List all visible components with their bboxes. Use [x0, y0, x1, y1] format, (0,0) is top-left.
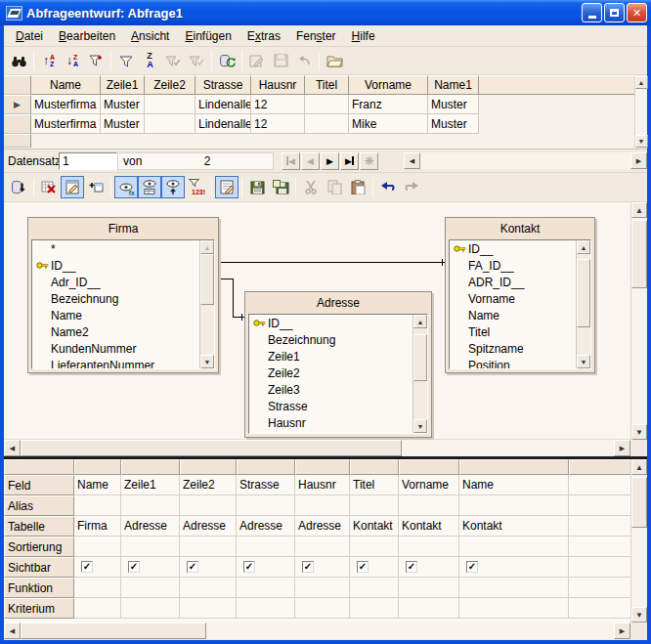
qbe-cell[interactable]: [295, 495, 350, 516]
qbe-cell[interactable]: [459, 578, 569, 598]
qbe-cell[interactable]: [569, 537, 630, 557]
paste-button[interactable]: [346, 176, 369, 198]
qbe-cell[interactable]: [121, 578, 180, 598]
sort-ascending-button[interactable]: ↑ AZ: [37, 50, 61, 72]
qbe-cell[interactable]: Adresse: [295, 516, 350, 537]
qbe-cell[interactable]: [350, 495, 399, 516]
table-panel-kontakt[interactable]: Kontakt ID__ FA_ID__ ADR_ID__ Vorname Na…: [445, 217, 595, 373]
scroll-up-icon[interactable]: ▲: [631, 202, 647, 218]
table-title[interactable]: Firma: [28, 218, 218, 238]
qbe-cell[interactable]: Vorname: [399, 475, 459, 495]
field-row[interactable]: Zeile2: [249, 365, 427, 381]
qbe-cell[interactable]: [180, 598, 237, 619]
next-record-button[interactable]: ▶: [321, 152, 339, 170]
qbe-cell[interactable]: Zeile1: [121, 475, 180, 495]
field-row[interactable]: Position: [450, 357, 590, 369]
join-line-firma-adresse[interactable]: [233, 317, 244, 318]
menu-bearbeiten[interactable]: Bearbeiten: [51, 27, 123, 45]
qbe-column-header[interactable]: [180, 459, 237, 475]
field-row[interactable]: Zeile3: [249, 381, 427, 398]
field-row[interactable]: Zeile1: [249, 348, 427, 365]
qbe-cell[interactable]: Adresse: [237, 516, 295, 537]
qbe-cell[interactable]: [74, 495, 121, 516]
cell[interactable]: [145, 114, 195, 134]
datasheet-horizontal-scrollbar[interactable]: ◀ ▶: [404, 152, 647, 169]
table-names-toggle[interactable]: [138, 176, 161, 198]
sort-descending-button[interactable]: ↓ ZA: [61, 50, 84, 72]
visible-checkbox[interactable]: ✓: [466, 561, 478, 573]
properties-toggle[interactable]: [215, 176, 239, 198]
qbe-column-header[interactable]: [74, 459, 121, 475]
column-header-name1[interactable]: Name1: [428, 75, 479, 95]
field-row[interactable]: FA_ID__: [450, 257, 590, 274]
scroll-left-icon[interactable]: ◀: [4, 623, 21, 639]
cell[interactable]: Muster: [101, 95, 145, 114]
maximize-button[interactable]: [604, 3, 625, 22]
column-header-vorname[interactable]: Vorname: [349, 75, 428, 95]
scroll-thumb[interactable]: [413, 334, 427, 381]
field-row[interactable]: LieferantenNummer: [32, 357, 214, 369]
find-record-button[interactable]: [7, 50, 30, 72]
save-button[interactable]: [245, 176, 269, 198]
cell[interactable]: 12: [251, 95, 305, 114]
qbe-cell[interactable]: [399, 598, 459, 619]
qbe-cell[interactable]: ✓: [459, 557, 569, 578]
design-horizontal-scrollbar[interactable]: ◀ ▶: [4, 440, 630, 456]
add-table-button[interactable]: [84, 176, 108, 198]
close-button[interactable]: ✕: [627, 3, 647, 22]
visible-checkbox[interactable]: ✓: [302, 561, 314, 573]
qbe-cell[interactable]: ✓: [399, 557, 459, 578]
scroll-up-icon[interactable]: ▲: [577, 240, 590, 254]
distinct-values-button[interactable]: 123!: [185, 176, 208, 198]
column-header-strasse[interactable]: Strasse: [195, 75, 251, 95]
qbe-cell[interactable]: [74, 578, 121, 598]
qbe-cell[interactable]: [237, 495, 295, 516]
qbe-cell[interactable]: [399, 578, 459, 598]
qbe-cell[interactable]: ✓: [350, 557, 399, 578]
scroll-down-icon[interactable]: ▼: [200, 355, 214, 368]
column-header-titel[interactable]: Titel: [305, 75, 349, 95]
copy-button[interactable]: [323, 176, 346, 198]
design-view-toggle[interactable]: [61, 176, 84, 198]
cell[interactable]: Musterfirma: [31, 114, 101, 134]
scroll-up-icon[interactable]: ▲: [413, 315, 427, 328]
qbe-cell[interactable]: [237, 598, 295, 619]
qbe-cell[interactable]: [180, 578, 237, 598]
last-record-button[interactable]: ▶: [340, 152, 359, 170]
qbe-cell[interactable]: ✓: [74, 557, 121, 578]
qbe-cell[interactable]: Firma: [74, 516, 121, 537]
qbe-cell[interactable]: [180, 537, 237, 557]
sort-button[interactable]: ZA: [138, 50, 161, 72]
field-row[interactable]: Strasse: [249, 398, 427, 414]
cell[interactable]: 12: [251, 114, 305, 134]
field-row[interactable]: ADR_ID__: [450, 274, 590, 290]
visible-checkbox[interactable]: ✓: [357, 561, 369, 573]
qbe-column-header[interactable]: [350, 459, 399, 475]
menu-extras[interactable]: Extras: [239, 27, 288, 45]
minimize-button[interactable]: [582, 3, 602, 22]
select-all-corner[interactable]: [4, 75, 31, 95]
cell[interactable]: [145, 95, 195, 114]
qbe-cell[interactable]: [569, 578, 630, 598]
field-row[interactable]: Postfach: [249, 431, 427, 434]
join-line-firma-adresse[interactable]: [233, 279, 234, 318]
alias-toggle[interactable]: [161, 176, 185, 198]
undo-data-entry-button[interactable]: [292, 50, 316, 72]
qbe-cell[interactable]: ✓: [237, 557, 295, 578]
qbe-cell[interactable]: [350, 598, 399, 619]
new-record-button[interactable]: ✳: [360, 152, 378, 170]
scroll-thumb[interactable]: [21, 623, 206, 639]
qbe-cell[interactable]: [295, 598, 350, 619]
record-number-input[interactable]: [59, 152, 117, 170]
qbe-cell[interactable]: [121, 598, 180, 619]
autofilter-button[interactable]: [84, 50, 108, 72]
field-row[interactable]: Name: [450, 307, 590, 323]
field-row[interactable]: Name: [32, 307, 214, 323]
field-row[interactable]: KundenNummer: [32, 340, 214, 357]
menu-einfuegen[interactable]: Einfügen: [177, 27, 239, 45]
cut-button[interactable]: [299, 176, 323, 198]
qbe-cell[interactable]: [295, 578, 350, 598]
qbe-cell[interactable]: Titel: [350, 475, 399, 495]
redo-button[interactable]: [400, 176, 423, 198]
panel-scrollbar[interactable]: ▲ ▼: [576, 240, 590, 368]
